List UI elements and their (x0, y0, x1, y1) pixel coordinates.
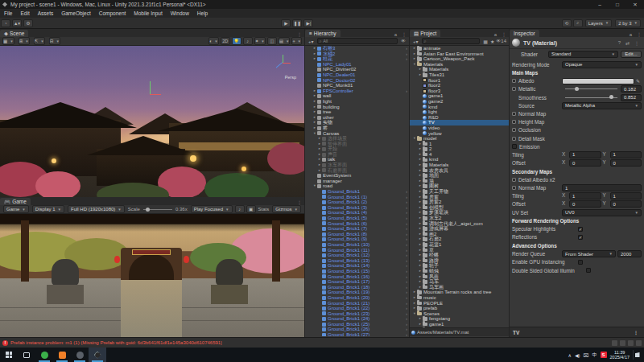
hierarchy-row[interactable]: Ground_Brick1 (24)› (305, 316, 409, 322)
move-gizmo-y[interactable] (150, 81, 151, 94)
hidden-objects-icon[interactable]: ◫ (267, 37, 277, 45)
metallic-slider-knob[interactable] (575, 87, 579, 91)
resolution-dropdown[interactable]: Full HD (1920x1080)▼ (68, 205, 125, 213)
hierarchy-row[interactable]: ▸building (305, 105, 409, 110)
hierarchy-row[interactable]: ▸石磨界面 (305, 168, 409, 174)
hierarchy-row[interactable]: Ground_Brick1 (8)› (305, 232, 409, 237)
gpu-instancing-checkbox[interactable] (578, 260, 583, 265)
project-row[interactable]: TV (410, 120, 509, 125)
menu-gameobject[interactable]: GameObject (57, 10, 95, 16)
hierarchy-row[interactable]: Ground_Brick1 (19)› (305, 290, 409, 295)
task-view-button[interactable] (18, 348, 35, 362)
account-icon[interactable]: ◔ (1, 19, 10, 27)
status-icon[interactable] (620, 340, 625, 346)
menu-file[interactable]: File (0, 10, 16, 16)
hierarchy-row[interactable]: ▸other (305, 115, 409, 121)
project-row[interactable]: ▸Materials (410, 67, 509, 72)
tiling-x-field[interactable]: 1 (569, 151, 601, 158)
rendering-mode-dropdown[interactable]: Opaque▼ (562, 61, 642, 68)
reflections-checkbox[interactable]: ✓ (578, 235, 583, 240)
project-row[interactable]: ▸Tiles31 (410, 72, 509, 78)
hierarchy-row[interactable]: NPC_Dealer01 (305, 72, 409, 78)
hierarchy-row[interactable]: NPC_Doctor02 (305, 78, 409, 84)
project-row[interactable]: ▸马车画 (410, 285, 509, 290)
tab-hierarchy[interactable]: ≡Hierarchy (305, 30, 341, 37)
display-dropdown[interactable]: Display 1▼ (32, 205, 64, 213)
layout-dropdown[interactable]: 2 by 3▼ (615, 19, 641, 27)
hierarchy-row[interactable]: Ground_Brick1 (4)› (305, 210, 409, 216)
hierarchy-row[interactable]: ▸桥 (305, 125, 409, 131)
tab-scene[interactable]: ◈Scene (0, 30, 28, 37)
hierarchy-row[interactable]: NPC_Monk01 (305, 83, 409, 88)
project-row[interactable]: R&D (410, 115, 509, 121)
scene-menu-icon[interactable]: ⋮ (295, 31, 304, 37)
offset2-x-field[interactable]: 0 (569, 200, 601, 208)
scale-slider-knob[interactable] (146, 208, 150, 212)
texture-slot-icon[interactable] (512, 137, 516, 141)
edit-shader-button[interactable]: Edit... (621, 51, 642, 58)
taskbar-app-gray[interactable] (71, 348, 89, 362)
hierarchy-row[interactable]: ▾Canvas (305, 131, 409, 137)
audio-toggle-icon[interactable]: ♪ (243, 37, 253, 45)
texture-slot-icon[interactable] (512, 186, 516, 190)
texture-slot-icon[interactable] (512, 87, 516, 91)
status-icon[interactable] (612, 340, 617, 346)
hierarchy-row[interactable]: Ground_Brick1 (3)› (305, 205, 409, 211)
shading-mode-icon[interactable]: ◐▼ (208, 37, 219, 45)
cloud-services-icon[interactable]: ▲▾ (12, 19, 22, 27)
gizmos-dropdown[interactable]: Gizmos▼ (272, 205, 301, 213)
project-row[interactable]: ▸music (410, 295, 509, 301)
shader-dropdown[interactable]: Standard▼ (548, 51, 618, 58)
hierarchy-row[interactable]: ▸开始 (305, 146, 409, 152)
search-type-icon[interactable]: ▦ (481, 39, 489, 44)
taskbar-app-unity[interactable] (89, 348, 106, 362)
status-icon[interactable] (636, 340, 642, 346)
hierarchy-row[interactable]: ▸水车界面 (305, 162, 409, 168)
taskbar-app-browser[interactable] (35, 348, 53, 362)
texture-slot-icon[interactable] (512, 128, 516, 132)
hierarchy-row[interactable]: Ground_Brick1 (5)› (305, 216, 409, 221)
texture-slot-icon[interactable] (512, 112, 516, 116)
hierarchy-row[interactable]: Ground_Brick1› (305, 189, 409, 195)
persp-label[interactable]: Persp (285, 75, 296, 80)
project-row[interactable]: video (410, 125, 509, 131)
project-row[interactable]: ▸Asian Far East Environment (410, 51, 509, 57)
hierarchy-row[interactable]: Ground_Brick1 (6)› (305, 221, 409, 227)
hierarchy-row[interactable]: ▸水桶2› (305, 51, 409, 57)
preset-icon[interactable]: ⇄ (623, 40, 632, 46)
grid-snap-icon[interactable]: ⊞▼ (19, 37, 30, 45)
favorites-icon[interactable]: ★ (489, 39, 495, 44)
smoothness-slider-knob[interactable] (609, 95, 613, 99)
tiling-y-field[interactable]: 1 (610, 151, 642, 158)
pause-button[interactable]: ❚❚ (292, 19, 302, 27)
render-queue-number[interactable]: 2000 (617, 250, 642, 257)
status-icon[interactable] (628, 340, 634, 346)
hierarchy-row[interactable]: NPC_Diviner02 (305, 67, 409, 72)
eyedropper-icon[interactable]: ✎ (634, 78, 642, 84)
status-bar[interactable]: ! Prefab instance problem: m1 (1) (Missi… (0, 337, 644, 348)
scene-visibility-icon[interactable]: 👁 (399, 39, 407, 43)
game-viewport[interactable] (0, 214, 304, 337)
ime-indicator[interactable]: 中 (592, 352, 597, 359)
project-search-input[interactable]: ⌕ (422, 38, 481, 44)
mute-audio-icon[interactable]: ♪ (235, 205, 245, 213)
project-row[interactable]: ▸prefab (410, 306, 509, 311)
hierarchy-row[interactable]: Ground_Brick1 (20)› (305, 295, 409, 301)
project-row[interactable]: floor3 (410, 88, 509, 94)
project-row[interactable]: ▸Mountain Terrain rocks and tree (410, 290, 509, 295)
metallic-value[interactable]: 0.182 (621, 85, 642, 93)
network-icon[interactable]: ⌧ (584, 352, 589, 358)
layers-dropdown[interactable]: Layers▼ (585, 19, 612, 27)
play-button[interactable]: ▶ (281, 19, 291, 27)
hierarchy-search-input[interactable]: ⌕ All (317, 38, 398, 44)
close-button[interactable]: ✕ (626, 2, 644, 8)
notification-center-icon[interactable] (633, 350, 641, 360)
scale-slider[interactable] (143, 206, 172, 212)
double-sided-checkbox[interactable] (586, 268, 591, 273)
texture-slot-icon[interactable] (512, 120, 516, 124)
project-row[interactable]: ▸Cartoon_Weapon_Pack (410, 56, 509, 62)
hierarchy-row[interactable]: Ground_Brick1 (25)› (305, 322, 409, 327)
maximize-button[interactable]: □ (609, 2, 626, 7)
hierarchy-row[interactable]: Ground_Brick1 (12)› (305, 253, 409, 258)
hierarchy-row[interactable]: Ground_Brick1 (15)› (305, 269, 409, 274)
